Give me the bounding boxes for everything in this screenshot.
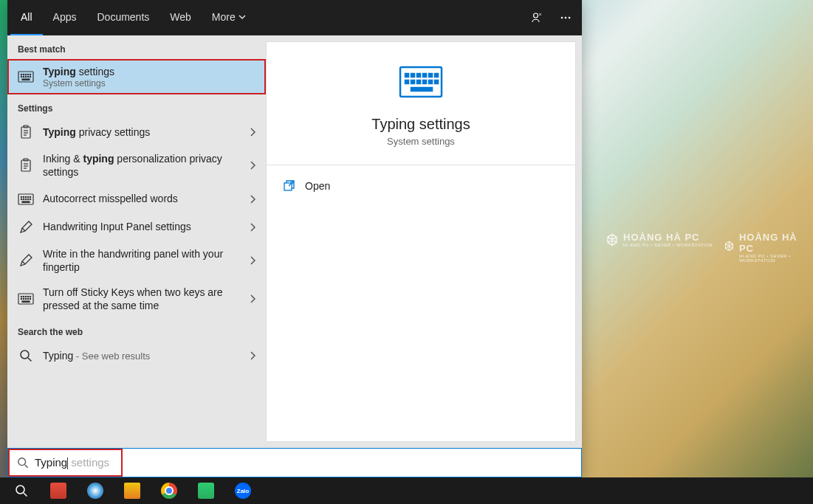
search-input-remainder[interactable] [123, 449, 581, 477]
open-icon [283, 180, 295, 192]
search-input-text: Typing settings [35, 456, 109, 469]
watermark-1: HOÀNG HÀ PCHI-END PC • SEVER • WORKSTATI… [606, 232, 713, 247]
result-settings-item[interactable]: Write in the handwriting panel with your… [7, 241, 266, 280]
chevron-right-icon [250, 294, 255, 303]
tab-apps[interactable]: Apps [43, 0, 87, 35]
svg-point-11 [23, 76, 24, 77]
svg-point-3 [569, 17, 571, 19]
taskbar-app-2[interactable] [80, 480, 111, 502]
svg-point-50 [21, 351, 29, 359]
svg-point-47 [27, 298, 28, 299]
section-search-web: Search the web [7, 318, 266, 342]
svg-point-6 [23, 74, 24, 75]
svg-rect-59 [405, 80, 408, 83]
result-title: Typing settings [43, 65, 255, 78]
svg-rect-55 [417, 74, 420, 77]
clipboard-icon [18, 124, 34, 140]
taskbar-app-5[interactable] [191, 480, 222, 502]
section-settings: Settings [7, 94, 266, 118]
svg-point-43 [30, 296, 30, 297]
svg-point-2 [565, 17, 567, 19]
result-settings-item[interactable]: Turn off Sticky Keys when two keys are p… [7, 280, 266, 318]
search-input-row[interactable]: Typing settings [7, 448, 582, 477]
search-icon [18, 348, 34, 364]
svg-point-9 [30, 74, 30, 75]
svg-rect-54 [411, 74, 414, 77]
svg-point-1 [561, 17, 563, 19]
svg-rect-62 [423, 80, 426, 83]
svg-point-36 [30, 199, 30, 199]
action-open[interactable]: Open [283, 177, 559, 195]
preview-title: Typing settings [371, 116, 470, 133]
svg-rect-60 [411, 80, 414, 83]
search-panel: All Apps Documents Web More Best match [7, 0, 582, 477]
pen-icon [18, 252, 34, 269]
keyboard-icon-large [399, 66, 443, 98]
result-title: Write in the handwriting panel with your… [43, 247, 241, 274]
svg-rect-15 [22, 79, 30, 80]
more-options-icon[interactable] [560, 12, 572, 24]
tab-web[interactable]: Web [159, 0, 202, 35]
chevron-right-icon [250, 195, 255, 204]
section-best-match: Best match [7, 35, 266, 59]
result-title: Typing - See web results [43, 349, 241, 363]
svg-point-48 [30, 298, 30, 299]
svg-point-30 [27, 196, 28, 197]
feedback-icon[interactable] [530, 11, 543, 24]
svg-point-42 [27, 296, 28, 297]
svg-point-35 [27, 199, 28, 199]
result-best-match[interactable]: Typing settings System settings [7, 59, 266, 94]
result-settings-item[interactable]: Inking & typing personalization privacy … [7, 146, 266, 184]
taskbar: Zalo [0, 477, 813, 504]
result-settings-item[interactable]: Typing privacy settings [7, 118, 266, 146]
tab-documents[interactable]: Documents [86, 0, 159, 35]
svg-point-14 [30, 76, 30, 77]
preview-subtitle: System settings [387, 136, 455, 147]
result-title: Inking & typing personalization privacy … [43, 152, 241, 179]
svg-rect-57 [429, 74, 432, 77]
result-subtitle: System settings [43, 78, 255, 89]
svg-rect-53 [405, 74, 408, 77]
svg-point-13 [27, 76, 28, 77]
desktop-left-edge [0, 0, 7, 477]
tab-all[interactable]: All [10, 0, 43, 35]
pen-icon [18, 219, 34, 235]
svg-point-5 [21, 74, 21, 75]
svg-line-51 [28, 358, 32, 362]
clipboard-icon [18, 157, 34, 173]
svg-point-28 [23, 196, 24, 197]
svg-point-44 [21, 298, 21, 299]
keyboard-icon [18, 191, 34, 207]
taskbar-chrome[interactable] [154, 480, 185, 502]
search-tabs-bar: All Apps Documents Web More [7, 0, 582, 35]
preview-pane: Typing settings System settings Open [266, 41, 576, 442]
taskbar-zalo[interactable]: Zalo [227, 480, 258, 502]
taskbar-file-explorer[interactable] [117, 480, 148, 502]
tab-more[interactable]: More [202, 0, 256, 35]
svg-point-12 [25, 76, 26, 77]
svg-rect-64 [435, 80, 438, 83]
search-icon [17, 457, 29, 469]
taskbar-search-button[interactable] [6, 480, 37, 502]
svg-line-68 [25, 465, 28, 468]
taskbar-app-1[interactable] [43, 480, 74, 502]
svg-point-33 [23, 199, 24, 199]
svg-point-45 [23, 298, 24, 299]
svg-rect-56 [423, 74, 426, 77]
result-settings-item[interactable]: Autocorrect misspelled words [7, 185, 266, 213]
svg-point-8 [27, 74, 28, 75]
result-settings-item[interactable]: Handwriting Input Panel settings [7, 213, 266, 241]
results-list: Best match Typing settings System settin… [7, 35, 266, 448]
chevron-down-icon [239, 13, 246, 21]
keyboard-icon [18, 69, 34, 85]
result-web-search[interactable]: Typing - See web results [7, 342, 266, 370]
svg-point-34 [25, 199, 26, 199]
svg-point-10 [21, 76, 21, 77]
result-title: Turn off Sticky Keys when two keys are p… [43, 286, 241, 312]
svg-rect-49 [22, 301, 30, 303]
svg-rect-65 [411, 88, 432, 91]
chevron-right-icon [250, 128, 255, 137]
search-input-highlight[interactable]: Typing settings [8, 449, 123, 477]
svg-point-41 [25, 296, 26, 297]
svg-line-70 [24, 493, 27, 497]
